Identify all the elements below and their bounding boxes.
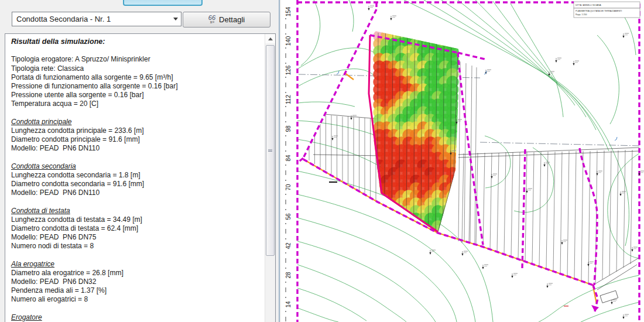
pressure-heatmap — [374, 30, 459, 234]
site-plan-map[interactable]: 15414012611298847056422814DITTA: IANNELL… — [281, 0, 644, 322]
scrollbar-up-arrow[interactable] — [265, 34, 275, 43]
contour-line — [297, 288, 366, 321]
scrollbar-thumb[interactable] — [266, 45, 275, 256]
scrollbar-grip — [268, 149, 272, 152]
field-edge-line — [593, 258, 639, 285]
irrigation-lateral — [483, 153, 485, 248]
ruler-label: 70 — [285, 184, 292, 191]
result-line: Pressione utente alla sorgente = 0.16 [b… — [11, 91, 263, 100]
irrigation-lateral — [616, 150, 618, 272]
ruler-label: 28 — [285, 272, 292, 279]
irrigation-lateral — [462, 153, 464, 243]
contour-line — [581, 302, 639, 322]
contour-line — [458, 0, 586, 117]
simulation-results-panel[interactable]: Risultati della simulazione: Tipologia e… — [5, 33, 276, 322]
contour-line — [493, 1, 556, 81]
survey-point-icon — [368, 8, 369, 11]
irrigation-lateral — [458, 61, 460, 241]
survey-point-icon — [461, 254, 463, 256]
condotta-selector[interactable]: Condotta Secondaria - Nr. 1 — [12, 12, 181, 26]
contour-line — [297, 121, 374, 135]
dettagli-button-label: Dettagli — [219, 15, 245, 24]
survey-point-icon — [619, 194, 621, 196]
panel-splitter — [279, 0, 280, 322]
irrigation-lateral — [475, 67, 477, 245]
ruler-label: 56 — [285, 213, 292, 220]
blank-line — [11, 304, 263, 313]
ruler-label: 14 — [285, 301, 292, 308]
result-line: Pressione di funzionamento alla sorgente… — [11, 82, 263, 91]
survey-point-icon — [546, 286, 548, 288]
contour-line — [297, 69, 374, 87]
result-line: Risultati della simulazione: — [11, 37, 263, 46]
irrigation-lateral — [511, 152, 513, 257]
condotta-selector-value: Condotta Secondaria - Nr. 1 — [12, 15, 170, 23]
field-edge-line — [313, 155, 379, 156]
title-block-text: PLANIMETRIA QUOTATA DEI TERRAZZAMENTI — [576, 10, 622, 12]
survey-point-icon — [587, 264, 589, 266]
survey-point-icon — [511, 276, 513, 278]
survey-point-icon — [622, 317, 624, 319]
irrigation-lateral — [539, 152, 541, 267]
blank-line — [11, 251, 263, 260]
contour-line — [608, 153, 639, 258]
survey-point-icon — [611, 302, 612, 304]
title-block-text: DITTA: IANNELLI SILVANA — [576, 4, 601, 6]
parcel-boundary — [458, 53, 487, 60]
contour-line — [297, 194, 475, 322]
result-line: Diametro ala erogatrice = 26.8 [mm] — [11, 269, 263, 278]
irrigation-lateral — [581, 151, 583, 282]
contour-line — [485, 136, 511, 188]
parcel-boundary — [303, 9, 376, 158]
result-line: Modello: PEAD PN6 DN110 — [11, 144, 263, 153]
irrigation-lateral — [624, 150, 625, 268]
survey-point-icon — [491, 176, 492, 179]
chevron-down-icon[interactable] — [170, 12, 181, 26]
application-window: Condotta Secondaria - Nr. 1 66x= Dettagl… — [0, 0, 644, 322]
result-line: Lunghezza condotta principale = 233.6 [m… — [11, 126, 263, 135]
irrigation-lateral — [567, 151, 569, 277]
survey-point-icon — [429, 252, 431, 255]
parcel-boundary — [522, 149, 525, 268]
contour-line — [624, 16, 636, 55]
result-line: Lunghezza condotta secondaria = 1.8 [m] — [11, 171, 263, 180]
irrigation-lateral — [588, 151, 590, 284]
top-button-partial[interactable] — [123, 0, 203, 6]
ruler-label: 112 — [285, 95, 292, 104]
simulation-results-text: Risultati della simulazione: Tipologia e… — [5, 34, 265, 322]
irrigation-lateral — [602, 150, 604, 279]
survey-point-icon — [555, 60, 557, 63]
contour-line — [297, 218, 457, 322]
scale-tick-mark — [329, 181, 337, 183]
section-line — [480, 142, 639, 146]
ruler-label: 98 — [285, 125, 292, 132]
irrigation-lateral — [532, 152, 534, 265]
ruler-label: 42 — [285, 242, 292, 249]
irrigation-lateral — [490, 153, 492, 250]
survey-point-icon — [331, 138, 333, 141]
hydrant-icon — [615, 137, 617, 141]
result-line: Numero ali erogatrici = 8 — [11, 295, 263, 304]
result-line: Tipologia erogatore: A Spruzzo/ Minispri… — [11, 55, 263, 64]
contour-line — [301, 0, 320, 66]
survey-point-icon — [543, 165, 545, 167]
result-line: Condotta principale — [11, 118, 263, 126]
result-line: Diametro condotta principale = 91.6 [mm] — [11, 135, 263, 144]
dettagli-button[interactable]: 66x= Dettagli — [183, 12, 270, 28]
contour-line — [597, 35, 619, 124]
result-line: Diametro condotta di testata = 62.4 [mm] — [11, 224, 263, 233]
survey-point-icon — [573, 63, 574, 66]
contour-line — [349, 0, 354, 32]
ruler-label: 140 — [285, 36, 292, 46]
field-edge-line — [458, 148, 639, 155]
contour-line — [297, 241, 436, 322]
blank-line — [11, 109, 263, 118]
irrigation-lateral — [631, 150, 632, 264]
results-scrollbar[interactable] — [265, 34, 275, 322]
contour-line — [475, 0, 575, 105]
contour-line — [297, 48, 377, 69]
result-line: Temperatura acqua = 20 [C] — [11, 100, 263, 108]
result-line: Modello: PEAD PN6 DN110 — [11, 189, 263, 197]
result-line: Diametro condotta secondaria = 91.6 [mm] — [11, 180, 263, 189]
result-line: Tipologia rete: Classica — [11, 64, 263, 73]
